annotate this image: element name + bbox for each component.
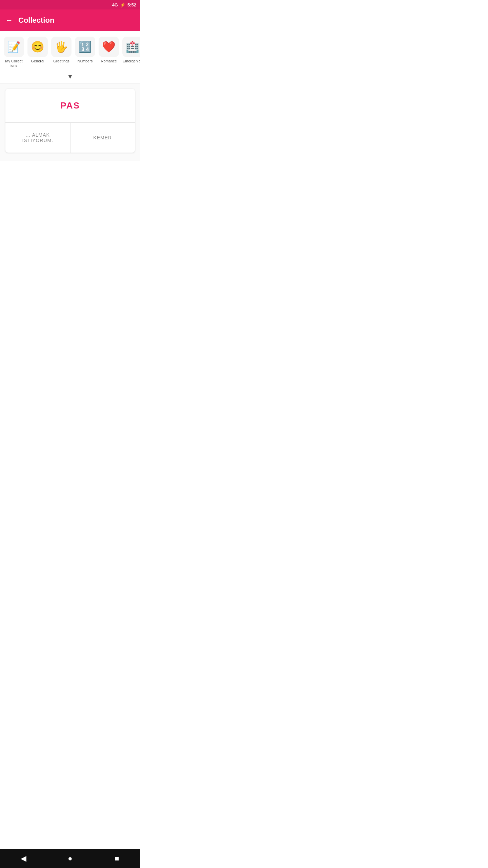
numbers-icon: 🔢 — [75, 37, 95, 57]
toolbar-title: Collection — [18, 16, 54, 25]
my-collections-icon: 📝 — [4, 37, 24, 57]
numbers-label: Numbers — [78, 59, 93, 63]
card-phrase-left: ... ALMAK ISTIYORUM. — [9, 132, 66, 143]
card-bottom: ... ALMAK ISTIYORUM. KEMER — [5, 123, 135, 153]
time-display: 5:52 — [127, 2, 136, 7]
card-main-word: PAS — [60, 100, 80, 111]
flashcard[interactable]: PAS ... ALMAK ISTIYORUM. KEMER — [5, 89, 135, 153]
general-label: General — [31, 59, 44, 63]
card-phrase-right: KEMER — [93, 135, 112, 140]
card-bottom-left[interactable]: ... ALMAK ISTIYORUM. — [5, 123, 70, 153]
greetings-label: Greetings — [53, 59, 69, 63]
category-numbers[interactable]: 🔢 Numbers — [74, 37, 96, 63]
category-greetings[interactable]: 🖐️ Greetings — [50, 37, 73, 63]
card-top: PAS — [5, 89, 135, 123]
category-emergency[interactable]: 🏥 Emergen cy — [121, 37, 140, 63]
battery-icon: ⚡ — [120, 2, 125, 7]
greetings-icon: 🖐️ — [51, 37, 72, 57]
my-collections-label: My Collect ions — [3, 59, 25, 68]
general-icon: 😊 — [27, 37, 48, 57]
toolbar: ← Collection — [0, 9, 140, 31]
category-my-collections[interactable]: 📝 My Collect ions — [3, 37, 25, 68]
network-indicator: 4G — [112, 2, 118, 7]
expand-row: ▼ — [0, 71, 140, 83]
expand-chevron-icon[interactable]: ▼ — [67, 73, 73, 80]
category-general[interactable]: 😊 General — [26, 37, 49, 63]
romance-icon: ❤️ — [99, 37, 119, 57]
categories-strip: 📝 My Collect ions 😊 General 🖐️ Greetings… — [0, 31, 140, 71]
emergency-label: Emergen cy — [123, 59, 140, 63]
back-button[interactable]: ← — [5, 17, 13, 24]
emergency-icon: 🏥 — [122, 37, 140, 57]
romance-label: Romance — [101, 59, 117, 63]
status-bar: 4G ⚡ 5:52 — [0, 0, 140, 9]
card-bottom-right[interactable]: KEMER — [70, 123, 135, 153]
card-area: PAS ... ALMAK ISTIYORUM. KEMER — [0, 83, 140, 161]
category-romance[interactable]: ❤️ Romance — [98, 37, 120, 63]
